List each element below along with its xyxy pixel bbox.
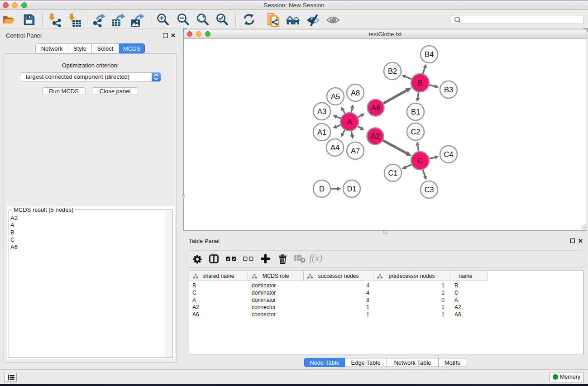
svg-text:A6: A6 <box>371 104 380 112</box>
svg-text:D1: D1 <box>347 185 356 193</box>
svg-text:C: C <box>417 157 423 165</box>
svg-text:B2: B2 <box>388 67 397 75</box>
svg-text:B4: B4 <box>425 50 434 58</box>
svg-text:A1: A1 <box>317 128 326 136</box>
svg-text:A4: A4 <box>330 143 339 152</box>
svg-text:A8: A8 <box>351 89 360 97</box>
svg-text:C2: C2 <box>411 128 420 136</box>
svg-text:B1: B1 <box>411 108 420 116</box>
svg-text:C1: C1 <box>388 169 397 177</box>
svg-text:C4: C4 <box>444 150 453 158</box>
svg-text:B3: B3 <box>444 86 453 94</box>
svg-text:A: A <box>347 118 352 126</box>
svg-text:A2: A2 <box>371 132 380 140</box>
svg-text:A7: A7 <box>351 147 360 155</box>
svg-text:A5: A5 <box>331 92 340 100</box>
svg-text:A3: A3 <box>317 107 326 115</box>
svg-text:D: D <box>319 185 325 193</box>
svg-text:C3: C3 <box>424 186 434 194</box>
svg-text:B: B <box>417 79 422 87</box>
